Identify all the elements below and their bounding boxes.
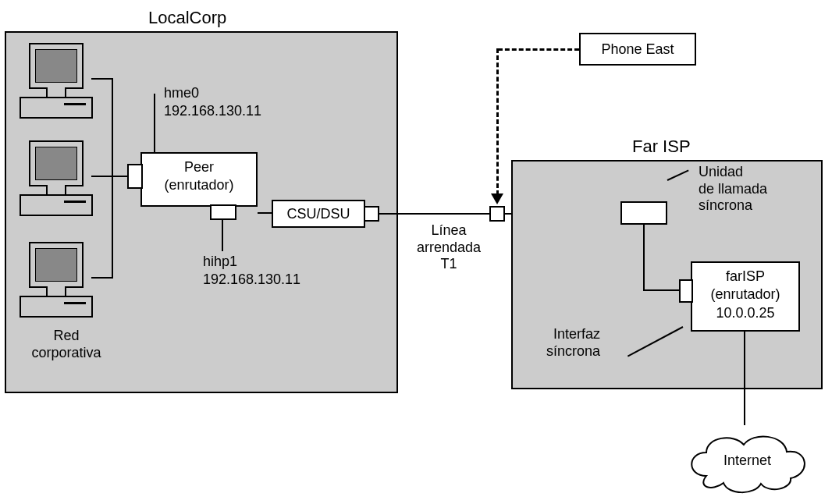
sync-iface-text: Interfaz síncrona	[546, 326, 600, 359]
sync-call-unit-text: Unidad de llamada síncrona	[699, 164, 767, 213]
farisp-router-role: (enrutador)	[710, 286, 780, 302]
leased-line-text: Línea arrendada T1	[417, 222, 481, 272]
workstation-icon	[20, 242, 90, 316]
peer-router-box: Peer (enrutador)	[140, 152, 258, 207]
farisp-router-box: farISP (enrutador) 10.0.0.25	[691, 261, 800, 332]
localcorp-title: LocalCorp	[148, 8, 226, 28]
phone-east-label: Phone East	[601, 41, 674, 57]
csu-dsu-label: CSU/DSU	[286, 206, 350, 222]
wire	[91, 176, 113, 177]
wire	[112, 78, 113, 279]
sync-call-unit-box	[620, 201, 667, 225]
csu-dsu-box: CSU/DSU	[272, 200, 365, 228]
csu-dsu-port	[364, 206, 379, 222]
dashed-line	[496, 48, 499, 195]
hme0-name: hme0	[164, 85, 199, 101]
hihp1-label: hihp1 192.168.130.11	[203, 253, 300, 288]
hme0-ip: 192.168.130.11	[164, 103, 261, 119]
wire	[258, 212, 272, 214]
hihp1-port	[210, 204, 236, 220]
internet-label: Internet	[706, 453, 788, 469]
workstation-icon	[20, 140, 90, 215]
wire	[91, 277, 113, 279]
leased-line-label: Línea arrendada T1	[406, 222, 492, 273]
callout-line	[222, 220, 223, 251]
wire	[91, 78, 113, 80]
sync-call-unit-label: Unidad de llamada síncrona	[699, 164, 767, 215]
farisp-router-ip: 10.0.0.25	[716, 305, 774, 321]
diagram-root: LocalCorp Red corporativa Peer (enrutado…	[0, 0, 839, 504]
peer-router-label: Peer (enrutador)	[164, 159, 233, 193]
arrowhead-icon	[491, 193, 503, 204]
sync-iface-port	[679, 279, 693, 303]
wire	[643, 289, 681, 291]
corp-net-label: Red corporativa	[23, 328, 109, 361]
hme0-label: hme0 192.168.130.11	[164, 84, 261, 119]
wire	[744, 332, 745, 425]
farisp-router-name: farISP	[726, 268, 765, 284]
hihp1-name: hihp1	[203, 254, 237, 269]
phone-east-box: Phone East	[579, 33, 696, 66]
callout-line	[154, 94, 155, 152]
wire	[643, 225, 645, 291]
farisp-title: Far ISP	[632, 137, 691, 157]
dashed-line	[498, 48, 579, 51]
corp-net-text: Red corporativa	[31, 328, 101, 360]
hme0-port	[127, 164, 143, 189]
wire	[112, 176, 129, 177]
junction-port	[489, 206, 505, 222]
hihp1-ip: 192.168.130.11	[203, 272, 300, 287]
workstation-icon	[20, 43, 90, 117]
sync-iface-label: Interfaz síncrona	[546, 326, 600, 360]
